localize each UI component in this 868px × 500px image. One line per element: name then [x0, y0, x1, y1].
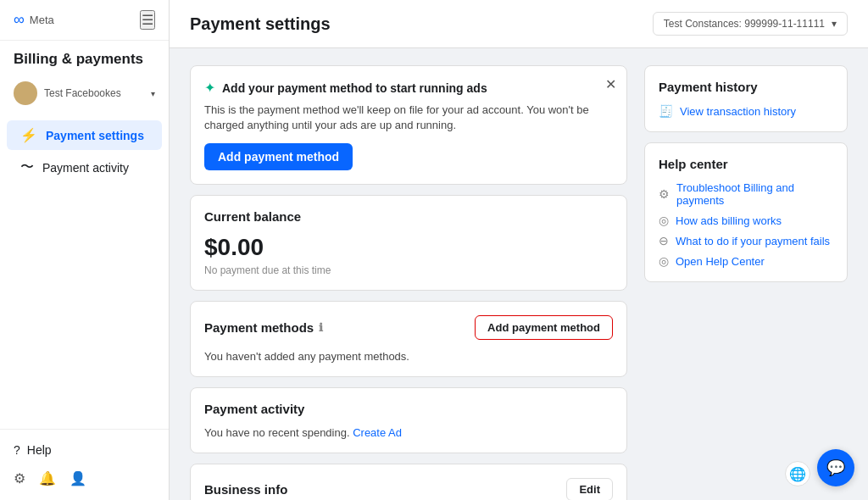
- balance-amount: $0.00: [204, 234, 613, 261]
- banner-icon: ✦: [204, 80, 215, 96]
- methods-header: Payment methods ℹ Add payment method: [204, 315, 613, 340]
- billing-icon: ◎: [659, 214, 669, 227]
- chat-icon: 💬: [826, 458, 845, 477]
- nav-item-label: Payment activity: [42, 161, 129, 175]
- sidebar-title: Billing & payments: [0, 41, 169, 75]
- main-content: ✦ Add your payment method to start runni…: [170, 48, 868, 500]
- settings-icon[interactable]: ⚙: [14, 470, 25, 486]
- activity-card-title: Payment activity: [204, 402, 613, 416]
- account-selector-label: Test Constances: 999999-11-11111: [664, 18, 825, 30]
- chevron-down-icon: ▾: [151, 89, 155, 98]
- payment-fails-link[interactable]: ⊖ What to do if your payment fails: [659, 234, 833, 247]
- payment-settings-icon: ⚡: [20, 127, 37, 143]
- account-selector-chevron: ▾: [832, 18, 837, 30]
- page-title: Payment settings: [190, 14, 331, 34]
- main-header: Payment settings Test Constances: 999999…: [170, 0, 868, 48]
- account-selector[interactable]: Test Constances: 999999-11-11111 ▾: [653, 12, 848, 36]
- help-button[interactable]: ? Help: [14, 436, 155, 464]
- globe-fab-button[interactable]: 🌐: [785, 461, 810, 486]
- meta-icon: ∞: [14, 11, 25, 29]
- main-area: Payment settings Test Constances: 999999…: [170, 0, 868, 500]
- right-column: Payment history 🧾 View transaction histo…: [644, 65, 848, 483]
- edit-business-button[interactable]: Edit: [566, 478, 613, 500]
- balance-note: No payment due at this time: [204, 264, 613, 276]
- activity-empty-message: You have no recent spending. Create Ad: [204, 426, 613, 439]
- nav-items: ⚡ Payment settings 〜 Payment activity: [0, 112, 169, 429]
- chat-fab-button[interactable]: 💬: [817, 449, 854, 486]
- sidebar-footer: ? Help ⚙ 🔔 👤: [0, 429, 169, 500]
- troubleshoot-link[interactable]: ⚙ Troubleshoot Billing and payments: [659, 181, 833, 207]
- sidebar: ∞ Meta ☰ Billing & payments Test Faceboo…: [0, 0, 170, 500]
- avatar: [14, 81, 37, 105]
- nav-item-label: Payment settings: [46, 129, 144, 142]
- sidebar-header: ∞ Meta ☰: [0, 0, 169, 41]
- payment-fail-icon: ⊖: [659, 234, 669, 247]
- help-icon: ?: [14, 443, 20, 457]
- methods-info-icon: ℹ: [319, 321, 323, 334]
- notifications-icon[interactable]: 🔔: [39, 470, 56, 486]
- open-help-center-link[interactable]: ◎ Open Help Center: [659, 254, 833, 268]
- payment-history-title: Payment history: [659, 80, 833, 94]
- banner-close-button[interactable]: ✕: [605, 76, 616, 92]
- add-payment-banner: ✦ Add your payment method to start runni…: [190, 65, 627, 185]
- payment-activity-icon: 〜: [20, 158, 34, 176]
- banner-header: ✦ Add your payment method to start runni…: [204, 80, 613, 96]
- add-payment-method-button[interactable]: Add payment method: [475, 315, 613, 340]
- business-info-header: Business info Edit: [204, 478, 613, 500]
- how-ads-billing-link[interactable]: ◎ How ads billing works: [659, 214, 833, 227]
- methods-title: Payment methods ℹ: [204, 320, 323, 335]
- user-name: Test Facebookes: [44, 87, 144, 99]
- help-label: Help: [27, 443, 52, 457]
- people-icon[interactable]: 👤: [70, 470, 86, 486]
- transaction-icon: 🧾: [659, 104, 673, 118]
- sidebar-item-payment-activity[interactable]: 〜 Payment activity: [7, 152, 162, 183]
- payment-history-card: Payment history 🧾 View transaction histo…: [644, 65, 848, 132]
- hamburger-button[interactable]: ☰: [140, 10, 155, 30]
- payment-activity-card: Payment activity You have no recent spen…: [190, 387, 627, 453]
- methods-empty-message: You haven't added any payment methods.: [204, 350, 613, 363]
- meta-logo: ∞ Meta: [14, 11, 54, 29]
- balance-card-title: Current balance: [204, 209, 613, 224]
- banner-description: This is the payment method we'll keep on…: [204, 103, 613, 133]
- user-selector[interactable]: Test Facebookes ▾: [0, 75, 169, 112]
- banner-add-payment-button[interactable]: Add payment method: [204, 143, 353, 170]
- meta-logo-text: Meta: [30, 14, 54, 26]
- business-info-title: Business info: [204, 482, 287, 497]
- help-center-title: Help center: [659, 157, 833, 171]
- payment-methods-card: Payment methods ℹ Add payment method You…: [190, 301, 627, 377]
- help-center-card: Help center ⚙ Troubleshoot Billing and p…: [644, 142, 848, 282]
- banner-title: Add your payment method to start running…: [222, 81, 487, 95]
- open-help-icon: ◎: [659, 254, 669, 268]
- center-column: ✦ Add your payment method to start runni…: [190, 65, 627, 483]
- footer-icons: ⚙ 🔔 👤: [14, 464, 155, 493]
- view-transaction-history-link[interactable]: 🧾 View transaction history: [659, 104, 833, 118]
- troubleshoot-icon: ⚙: [659, 187, 670, 201]
- balance-card: Current balance $0.00 No payment due at …: [190, 195, 627, 291]
- sidebar-item-payment-settings[interactable]: ⚡ Payment settings: [7, 120, 162, 150]
- business-info-card: Business info Edit Business name - Addre…: [190, 464, 627, 500]
- create-ad-link[interactable]: Create Ad: [353, 426, 402, 439]
- globe-icon: 🌐: [789, 466, 806, 482]
